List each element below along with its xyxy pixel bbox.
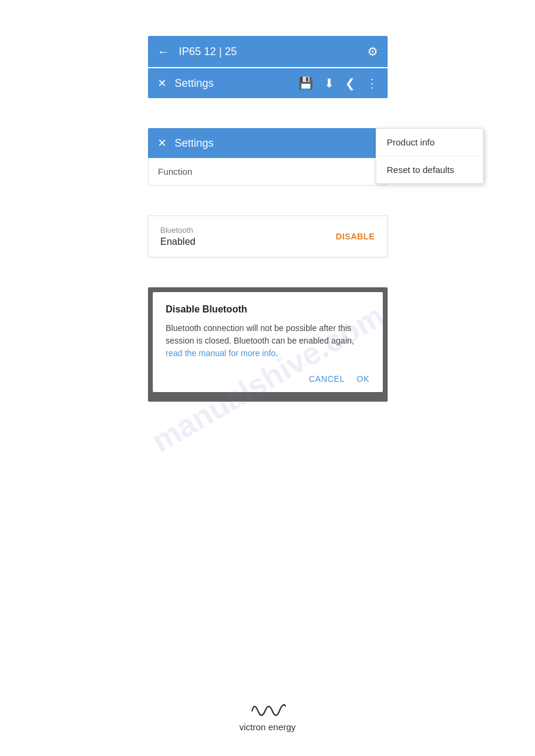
nav-title: IP65 12 | 25 (179, 45, 367, 58)
brand-name: victron energy (239, 722, 295, 732)
close-icon-2[interactable]: ✕ (158, 136, 167, 150)
menu-item-product-info[interactable]: Product info (376, 129, 483, 156)
back-arrow-icon[interactable]: ← (158, 45, 170, 59)
dialog-actions: CANCEL OK (166, 369, 370, 384)
victron-logo-icon (250, 694, 286, 718)
settings-toolbar-1: ✕ Settings 💾 ⬇ ❮ ⋮ (148, 68, 388, 98)
settings-content-row: Function (148, 158, 388, 186)
disable-button[interactable]: DISABLE (336, 232, 375, 241)
function-label: Function (158, 166, 193, 177)
dropdown-menu: Product info Reset to defaults (376, 128, 483, 184)
more-icon[interactable]: ⋮ (366, 76, 378, 90)
close-icon-1[interactable]: ✕ (158, 77, 167, 90)
toolbar-actions: 💾 ⬇ ❮ ⋮ (298, 76, 378, 90)
page-wrapper: manualshive.com ← IP65 12 | 25 ⚙ ✕ Setti… (0, 0, 535, 756)
save-icon[interactable]: 💾 (298, 76, 313, 90)
settings-toolbar-2: ✕ Settings (148, 128, 388, 158)
dialog-body: Bluetooth connection will not be possibl… (166, 322, 370, 360)
manual-link[interactable]: read the manual for more info (166, 348, 276, 358)
ok-button[interactable]: OK (356, 374, 369, 384)
cancel-button[interactable]: CANCEL (309, 374, 344, 384)
nav-bar: ← IP65 12 | 25 ⚙ (148, 36, 388, 67)
gear-icon[interactable]: ⚙ (367, 44, 378, 59)
bluetooth-label: Bluetooth (161, 226, 196, 235)
share-icon[interactable]: ❮ (345, 76, 355, 90)
settings-block-with-menu: ✕ Settings Function Product info Reset t… (148, 128, 388, 186)
menu-item-reset-defaults[interactable]: Reset to defaults (376, 156, 483, 183)
bluetooth-info: Bluetooth Enabled (161, 226, 196, 247)
dialog-bg-bottom (153, 392, 383, 397)
dialog-box: Disable Bluetooth Bluetooth connection w… (153, 292, 383, 392)
footer: victron energy (239, 658, 295, 732)
dialog-body-text-1: Bluetooth connection will not be possibl… (166, 323, 354, 345)
download-icon[interactable]: ⬇ (324, 76, 334, 90)
bluetooth-status: Enabled (161, 236, 196, 247)
settings-label-1: Settings (175, 77, 298, 90)
settings-label-2: Settings (175, 137, 378, 150)
dialog-background: Disable Bluetooth Bluetooth connection w… (148, 287, 388, 402)
dialog-body-text-2: . (276, 348, 278, 358)
dialog-overlay: Disable Bluetooth Bluetooth connection w… (148, 287, 388, 402)
bluetooth-card: Bluetooth Enabled DISABLE (148, 215, 388, 257)
dialog-title: Disable Bluetooth (166, 304, 370, 315)
